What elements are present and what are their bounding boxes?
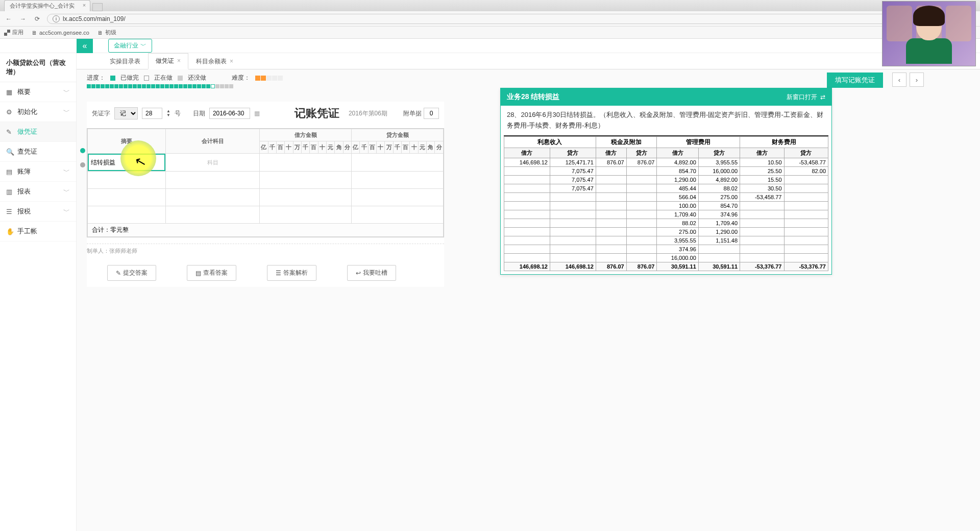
close-icon[interactable]: ×: [83, 2, 86, 8]
back-button[interactable]: ←: [4, 14, 13, 23]
chevron-down-icon: ﹀: [140, 41, 146, 50]
app-header: « 金融行业 ﹀ 张师师老师 （SVIP会员）: [0, 39, 980, 53]
url-text: lx.acc5.com/main_109/: [63, 15, 126, 22]
browser-tab[interactable]: 会计学堂实操中心_会计实 ×: [4, 0, 90, 11]
address-bar[interactable]: i lx.acc5.com/main_109/ ☆: [47, 14, 976, 24]
sidebar-collapse-button[interactable]: «: [77, 39, 93, 53]
industry-dropdown[interactable]: 金融行业 ﹀: [108, 39, 152, 53]
reload-button[interactable]: ⟳: [33, 14, 42, 23]
webcam-overlay: [882, 1, 976, 53]
bookmark-item[interactable]: 🗎 初级: [97, 29, 116, 36]
site-info-icon[interactable]: i: [53, 15, 60, 22]
apps-button[interactable]: 应用: [4, 29, 23, 36]
bookmark-item[interactable]: 🗎 acc5com.gensee.co: [32, 30, 89, 36]
browser-nav: ← → ⟳ i lx.acc5.com/main_109/ ☆: [0, 11, 980, 27]
new-tab-button[interactable]: [92, 3, 103, 11]
tab-title: 会计学堂实操中心_会计实: [10, 3, 75, 9]
bookmarks-bar: 应用 🗎 acc5com.gensee.co 🗎 初级: [0, 27, 980, 39]
browser-tab-strip: 会计学堂实操中心_会计实 ×: [0, 0, 980, 11]
apps-icon: [4, 30, 10, 36]
forward-button[interactable]: →: [18, 14, 28, 23]
